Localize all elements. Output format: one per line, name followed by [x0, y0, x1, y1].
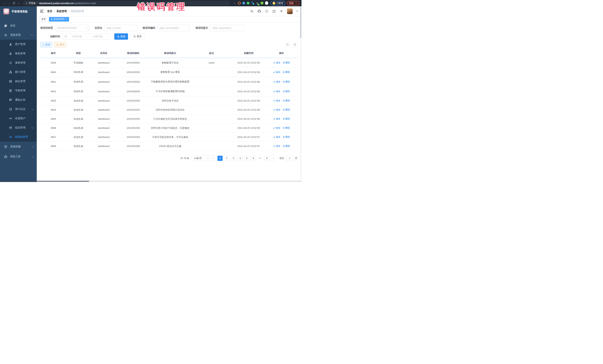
sidebar-item-post-mgmt[interactable]: 岗位管理: [0, 77, 37, 86]
breadcrumb-system[interactable]: 系统管理: [56, 10, 67, 13]
edit-link[interactable]: 修改: [273, 135, 280, 139]
page-number-button[interactable]: 3: [231, 156, 236, 161]
extension-ring-icon[interactable]: [238, 2, 241, 5]
horizontal-scrollbar[interactable]: [0, 180, 302, 182]
browser-reload-icon[interactable]: [12, 2, 16, 5]
extension-list-icon[interactable]: on: [256, 2, 259, 5]
sidebar-item-system[interactable]: 系统管理: [0, 30, 37, 40]
cell-id: 3946: [40, 123, 66, 132]
app-name-input[interactable]: [106, 27, 135, 30]
bookmark-star-icon[interactable]: ☆: [233, 2, 236, 5]
avatar-caret-down-icon[interactable]: [296, 11, 298, 12]
active-tab-dot-icon: [51, 19, 52, 20]
tab-close-icon[interactable]: ×: [66, 18, 67, 20]
delete-link[interactable]: 删除: [283, 61, 290, 64]
prev-page-button[interactable]: ‹: [211, 156, 216, 161]
delete-link[interactable]: 删除: [283, 80, 290, 83]
browser-menu-kebab-icon[interactable]: ⋮: [295, 2, 297, 5]
search-icon[interactable]: [250, 10, 254, 13]
breadcrumb-home[interactable]: 首页: [47, 10, 52, 13]
horizontal-scrollbar-thumb[interactable]: [0, 181, 89, 182]
sidebar-item-dept-mgmt[interactable]: 部门管理: [0, 67, 37, 77]
page-number-button[interactable]: 4: [237, 156, 243, 161]
sidebar-item-infra[interactable]: 基础设施: [0, 142, 37, 152]
address-bar[interactable]: ⚠ 不安全 dashboard.yudao.iocoder.cn /system…: [23, 1, 230, 6]
delete-link[interactable]: 删除: [283, 144, 290, 148]
browser-back-icon[interactable]: ←: [2, 2, 7, 5]
toggle-search-button[interactable]: [285, 42, 290, 47]
goto-page-input[interactable]: [286, 156, 293, 161]
sidebar-item-sms-mgmt[interactable]: 短信管理: [0, 123, 37, 132]
refresh-button[interactable]: [292, 42, 298, 47]
cell-msg: 定时任务已经处于该状态，无需修改: [149, 123, 191, 132]
browser-forward-icon[interactable]: →: [7, 2, 12, 5]
sidebar-item-notice-mgmt[interactable]: 通知公告: [0, 95, 37, 105]
extension-plant-icon[interactable]: [260, 2, 264, 5]
delete-link[interactable]: 删除: [283, 90, 290, 93]
page-number-button[interactable]: 6: [251, 156, 256, 161]
edit-link[interactable]: 修改: [273, 80, 280, 83]
extension-grid-icon[interactable]: [251, 2, 254, 5]
sidebar-item-error-code-mgmt[interactable]: 错误码管理: [0, 132, 37, 142]
page-number-button[interactable]: 5: [244, 156, 249, 161]
search-button[interactable]: 搜索: [114, 33, 128, 40]
edit-link[interactable]: 修改: [273, 108, 280, 111]
sidebar-item-audit-log[interactable]: 审计日志: [0, 105, 37, 114]
page-number-button[interactable]: 8: [264, 156, 269, 161]
page-number-button[interactable]: 1: [218, 156, 223, 161]
edit-link[interactable]: 修改: [273, 99, 280, 102]
vertical-scrollbar-thumb[interactable]: [300, 7, 301, 38]
delete-link[interactable]: 删除: [283, 71, 290, 74]
sidebar-item-home[interactable]: 首页: [0, 21, 37, 30]
edit-link[interactable]: 修改: [273, 71, 280, 74]
delete-link[interactable]: 删除: [283, 117, 290, 121]
error-code-input[interactable]: [160, 27, 188, 30]
delete-link[interactable]: 删除: [283, 108, 290, 111]
sidebar-item-dev-tools[interactable]: 研发工具: [0, 152, 37, 162]
delete-link[interactable]: 删除: [283, 135, 290, 139]
sidebar-header: 芋道管理系统: [0, 6, 37, 17]
reset-button[interactable]: 重置: [131, 33, 144, 40]
create-time-range-picker[interactable]: 开始日期 - 结束日期: [62, 33, 109, 40]
col-actions: 操作: [265, 49, 298, 57]
export-button[interactable]: 导出: [54, 42, 66, 47]
cell-actions: 修改 删除: [265, 114, 298, 123]
delete-link[interactable]: 删除: [283, 126, 290, 130]
profile-paused-pill[interactable]: 已暂停: [270, 1, 285, 5]
extension-gem-icon[interactable]: [242, 1, 245, 5]
next-page-button[interactable]: ›: [271, 156, 276, 161]
sidebar-item-role-mgmt[interactable]: 角色管理: [0, 49, 37, 58]
browser-home-icon[interactable]: ⌂: [16, 2, 21, 5]
add-button[interactable]: + 新增: [40, 42, 52, 47]
fullscreen-icon[interactable]: [272, 10, 276, 13]
page-size-select[interactable]: 10条/页: [191, 156, 209, 161]
edit-link[interactable]: 修改: [273, 61, 280, 64]
edit-link[interactable]: 修改: [273, 117, 280, 121]
vertical-scrollbar[interactable]: [300, 6, 302, 180]
extension-green-icon[interactable]: v: [247, 2, 250, 5]
page-number-button[interactable]: •••: [257, 156, 263, 161]
browser-update-pill[interactable]: 更新 ⋮: [287, 1, 300, 5]
edit-link[interactable]: 修改: [273, 90, 280, 93]
error-msg-input[interactable]: [212, 27, 242, 30]
sidebar-item-menu-mgmt[interactable]: 菜单管理: [0, 58, 37, 67]
user-avatar[interactable]: [287, 9, 293, 14]
delete-link[interactable]: 删除: [283, 99, 290, 102]
edit-link[interactable]: 修改: [273, 126, 280, 130]
extension-puzzle-icon[interactable]: [265, 2, 268, 5]
github-icon[interactable]: [257, 10, 261, 13]
tab-home[interactable]: 首页: [39, 17, 48, 22]
table-row: 3948 自动生成 dashboard 1001001005 CRON 表达式不…: [40, 142, 298, 151]
sidebar-item-dict-mgmt[interactable]: 字典管理: [0, 86, 37, 95]
sidebar-toggle-icon[interactable]: [40, 10, 44, 13]
error-type-select[interactable]: 请选择错误码类型: [55, 25, 89, 31]
table-row: 3941 自动生成 dashboard 1001000003 不能删除类型为系统…: [40, 77, 298, 87]
font-size-icon[interactable]: tT: [280, 10, 283, 13]
tab-error-code[interactable]: 错误码管理 ×: [49, 17, 69, 22]
cell-time: 2021-04-20 23:52:56: [232, 96, 265, 105]
help-icon[interactable]: ?: [265, 10, 268, 13]
page-number-button[interactable]: 2: [224, 156, 229, 161]
sidebar-item-online-users[interactable]: 在线用户: [0, 114, 37, 123]
sidebar-item-user-mgmt[interactable]: 用户管理: [0, 40, 37, 49]
edit-link[interactable]: 修改: [273, 144, 280, 148]
